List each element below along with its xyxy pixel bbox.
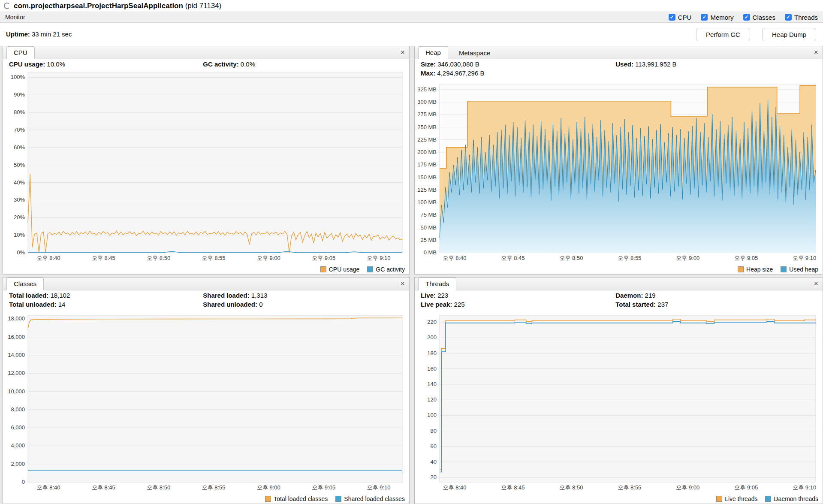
tab-metaspace[interactable]: Metaspace <box>452 47 497 59</box>
svg-text:오후 8:50: 오후 8:50 <box>559 255 583 261</box>
svg-text:오후 9:05: 오후 9:05 <box>312 484 335 491</box>
svg-text:18,000: 18,000 <box>8 315 25 322</box>
classes-close-icon[interactable]: × <box>400 279 405 288</box>
threads-legend: Live threadsDaemon threads <box>716 495 818 502</box>
legend-item: Daemon threads <box>765 495 818 502</box>
checkbox-checked-icon: ✓ <box>669 14 675 21</box>
stat-label: Size: <box>421 60 436 68</box>
monitor-tab-label: Monitor <box>5 14 25 21</box>
checkbox-checked-icon: ✓ <box>743 14 750 21</box>
svg-text:225 MB: 225 MB <box>417 136 437 143</box>
tab-cpu[interactable]: CPU <box>6 46 35 59</box>
checkbox-classes[interactable]: ✓ Classes <box>743 14 775 21</box>
svg-text:20%: 20% <box>14 214 25 220</box>
heap-stats: Size: 346,030,080 B Max: 4,294,967,296 B… <box>421 60 818 80</box>
svg-text:오후 8:55: 오후 8:55 <box>618 255 641 261</box>
stat-value: 346,030,080 B <box>437 60 479 68</box>
heap-close-icon[interactable]: × <box>814 48 818 57</box>
checkbox-threads[interactable]: ✓ Threads <box>785 14 818 21</box>
legend-swatch-icon <box>367 266 373 272</box>
svg-text:100%: 100% <box>11 74 25 80</box>
stat-value: 4,294,967,296 B <box>437 69 484 77</box>
svg-text:오후 8:40: 오후 8:40 <box>443 255 467 261</box>
tab-threads[interactable]: Threads <box>418 278 456 290</box>
stat-label: Total started: <box>615 301 656 308</box>
heap-chart: 325 MB300 MB275 MB250 MB225 MB200 MB175 … <box>416 82 821 263</box>
checkbox-cpu-label: CPU <box>678 14 692 21</box>
svg-text:90%: 90% <box>14 91 25 98</box>
svg-text:오후 8:55: 오후 8:55 <box>202 484 226 491</box>
threads-close-icon[interactable]: × <box>814 279 818 288</box>
legend-label: Heap size <box>746 266 773 273</box>
checkbox-checked-icon: ✓ <box>701 14 708 21</box>
legend-label: Used heap <box>789 266 818 273</box>
stat-label: Total loaded: <box>9 292 48 299</box>
window-title: com.projectharpseal.ProjectHarpSealAppli… <box>14 2 221 10</box>
stat-value: 219 <box>645 292 656 299</box>
checkbox-memory-label: Memory <box>710 14 733 21</box>
svg-text:40: 40 <box>431 459 437 465</box>
stat-label: Shared loaded: <box>203 292 249 299</box>
svg-text:오후 8:50: 오후 8:50 <box>147 255 170 261</box>
svg-text:160: 160 <box>427 365 437 372</box>
stat-label: CPU usage: <box>9 60 45 68</box>
legend-label: GC activity <box>376 266 405 273</box>
stat-value: 113,991,952 B <box>635 60 676 68</box>
svg-text:200: 200 <box>427 334 437 341</box>
svg-text:10,000: 10,000 <box>8 388 25 395</box>
uptime-value: 33 min 21 sec <box>32 30 72 38</box>
checkbox-checked-icon: ✓ <box>785 14 792 21</box>
metric-checkbox-group: ✓ CPU ✓ Memory ✓ Classes ✓ Threads <box>669 14 818 21</box>
checkbox-threads-label: Threads <box>794 14 818 21</box>
legend-item: Live threads <box>716 495 757 502</box>
cpu-panel: CPU × CPU usage: 10.0% GC activity: 0.0%… <box>3 46 410 275</box>
svg-text:2,000: 2,000 <box>11 461 25 467</box>
stat-label: Daemon: <box>615 292 643 299</box>
tab-heap[interactable]: Heap <box>418 46 448 59</box>
heap-panel: Heap Metaspace × Size: 346,030,080 B Max… <box>414 46 823 275</box>
stat-label: Live: <box>421 292 436 299</box>
svg-text:200 MB: 200 MB <box>417 149 437 155</box>
threads-stats: Live: 223 Live peak: 225 Daemon: 219 Tot… <box>421 292 818 311</box>
stat-value: 237 <box>657 301 668 308</box>
perform-gc-button[interactable]: Perform GC <box>696 28 750 41</box>
legend-item: Total loaded classes <box>265 495 328 502</box>
svg-text:8,000: 8,000 <box>11 406 25 413</box>
svg-text:오후 9:05: 오후 9:05 <box>734 255 758 261</box>
stat-label: Used: <box>615 60 633 68</box>
cpu-legend: CPU usageGC activity <box>320 266 405 273</box>
svg-text:오후 8:40: 오후 8:40 <box>37 484 60 491</box>
stat-label: Shared unloaded: <box>203 301 257 308</box>
svg-text:6,000: 6,000 <box>11 424 25 431</box>
tab-classes[interactable]: Classes <box>6 278 44 290</box>
svg-text:오후 8:40: 오후 8:40 <box>37 255 60 261</box>
svg-text:오후 9:10: 오후 9:10 <box>367 484 391 491</box>
stat-value: 18,102 <box>50 292 70 299</box>
application-icon <box>4 3 10 9</box>
stat-value: 1,313 <box>251 292 268 299</box>
svg-text:14,000: 14,000 <box>8 352 25 358</box>
legend-label: Shared loaded classes <box>344 495 405 502</box>
uptime-label: Uptime: <box>6 30 30 38</box>
checkbox-memory[interactable]: ✓ Memory <box>701 14 733 21</box>
svg-text:20: 20 <box>431 474 437 480</box>
svg-text:300 MB: 300 MB <box>417 99 437 105</box>
checkbox-cpu[interactable]: ✓ CPU <box>669 14 692 21</box>
classes-stats: Total loaded: 18,102 Total unloaded: 14 … <box>9 292 405 311</box>
legend-item: Shared loaded classes <box>335 495 405 502</box>
legend-label: Live threads <box>725 495 757 502</box>
threads-chart: 22020018016014012010080604020오후 8:40오후 8… <box>416 314 821 492</box>
svg-text:오후 8:50: 오후 8:50 <box>559 484 583 491</box>
svg-text:100 MB: 100 MB <box>417 199 437 205</box>
svg-text:10%: 10% <box>14 232 25 238</box>
svg-text:325 MB: 325 MB <box>417 86 437 93</box>
svg-text:오후 9:00: 오후 9:00 <box>676 255 699 261</box>
cpu-close-icon[interactable]: × <box>400 48 405 57</box>
svg-text:50 MB: 50 MB <box>420 224 437 231</box>
heap-dump-button[interactable]: Heap Dump <box>762 28 816 41</box>
stat-label: Max: <box>421 69 435 77</box>
svg-text:30%: 30% <box>14 196 25 203</box>
svg-text:50%: 50% <box>14 162 25 168</box>
visualvm-monitor-window: com.projectharpseal.ProjectHarpSealAppli… <box>0 0 823 504</box>
svg-text:오후 8:40: 오후 8:40 <box>443 484 467 491</box>
